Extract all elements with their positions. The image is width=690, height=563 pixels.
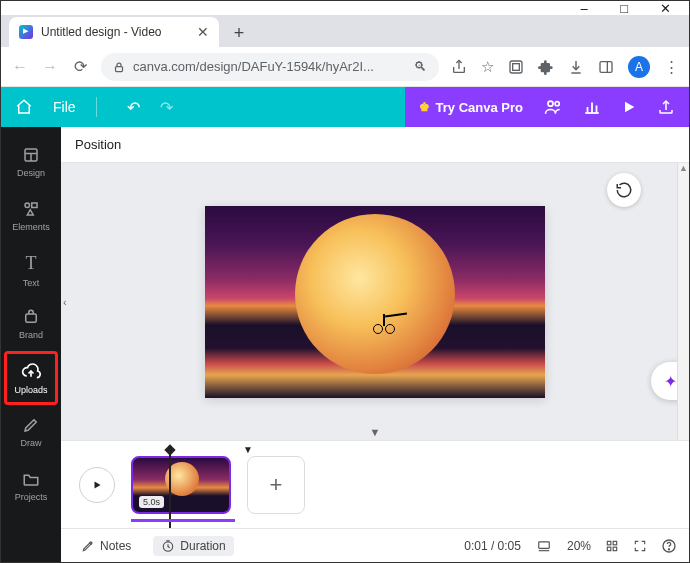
tab-close-icon[interactable]: ✕	[197, 24, 209, 40]
svg-rect-20	[607, 541, 611, 545]
add-page-button[interactable]: +	[247, 456, 305, 514]
file-menu[interactable]: File	[53, 99, 76, 115]
browser-toolbar: ← → ⟳ canva.com/design/DAFuY-1594k/hyAr2…	[1, 47, 689, 87]
tab-favicon-icon	[19, 25, 33, 39]
play-button[interactable]	[79, 467, 115, 503]
svg-rect-0	[116, 66, 123, 71]
duration-button[interactable]: Duration	[153, 536, 233, 556]
svg-point-6	[555, 102, 559, 106]
extensions-icon[interactable]	[538, 59, 554, 75]
url-text: canva.com/design/DAFuY-1594k/hyAr2I...	[133, 59, 374, 74]
nav-back-icon[interactable]: ←	[11, 58, 29, 76]
browser-tab[interactable]: Untitled design - Video ✕	[9, 17, 219, 47]
svg-rect-16	[26, 314, 37, 322]
sidepanel-icon[interactable]	[598, 59, 614, 75]
zoom-level[interactable]: 20%	[567, 539, 591, 553]
collapse-panel-left-icon[interactable]: ‹	[61, 286, 69, 318]
view-slides-icon[interactable]	[535, 539, 553, 553]
kebab-menu-icon[interactable]: ⋮	[664, 58, 679, 76]
folder-icon	[22, 470, 40, 488]
design-canvas[interactable]	[205, 206, 545, 398]
undo-icon[interactable]: ↶	[127, 98, 140, 117]
redo-icon[interactable]: ↷	[160, 98, 173, 117]
address-bar[interactable]: canva.com/design/DAFuY-1594k/hyAr2I... 🔍…	[101, 53, 439, 81]
analytics-icon[interactable]	[583, 98, 601, 116]
profile-avatar[interactable]: A	[628, 56, 650, 78]
collapse-timeline-icon[interactable]: ▼	[352, 424, 399, 440]
position-button[interactable]: Position	[75, 137, 121, 152]
svg-rect-22	[607, 547, 611, 551]
text-icon: T	[26, 253, 37, 274]
scroll-up-icon[interactable]: ▲	[678, 163, 689, 173]
export-icon[interactable]	[657, 98, 675, 116]
svg-point-25	[668, 548, 669, 549]
translate-icon[interactable]	[508, 59, 524, 75]
rail-draw[interactable]: Draw	[1, 405, 61, 459]
rail-label: Elements	[12, 222, 50, 232]
window-close-icon[interactable]: ✕	[660, 1, 671, 16]
time-display: 0:01 / 0:05	[464, 539, 521, 553]
app-topnav: File ↶ ↷ ♚ Try Canva Pro	[1, 87, 689, 127]
tab-title: Untitled design - Video	[41, 25, 162, 39]
nav-reload-icon[interactable]: ⟳	[71, 57, 89, 76]
download-icon[interactable]	[568, 59, 584, 75]
playhead[interactable]	[169, 450, 171, 528]
vertical-scrollbar[interactable]: ▲	[677, 163, 689, 440]
svg-rect-15	[32, 203, 37, 208]
new-tab-button[interactable]: +	[225, 19, 253, 47]
brand-icon	[22, 308, 40, 326]
svg-rect-3	[600, 61, 612, 72]
rail-label: Draw	[20, 438, 41, 448]
upload-cloud-icon	[21, 361, 41, 381]
grid-view-icon[interactable]	[605, 539, 619, 553]
rail-uploads[interactable]: Uploads	[4, 351, 58, 405]
rail-label: Design	[17, 168, 45, 178]
timeline-clip[interactable]: 5.0s	[131, 456, 231, 514]
duration-label: Duration	[180, 539, 225, 553]
try-pro-button[interactable]: ♚ Try Canva Pro	[419, 100, 523, 115]
canvas-viewport[interactable]: ‹ ✦ ▲ ▼	[61, 163, 689, 440]
crown-icon: ♚	[419, 100, 430, 114]
zoom-lens-icon[interactable]: 🔍︎	[414, 59, 427, 74]
nav-forward-icon[interactable]: →	[41, 58, 59, 76]
notes-button[interactable]: Notes	[73, 536, 139, 556]
fullscreen-icon[interactable]	[633, 539, 647, 553]
template-icon	[22, 146, 40, 164]
browser-tabstrip: Untitled design - Video ✕ +	[1, 15, 689, 47]
rail-label: Projects	[15, 492, 48, 502]
rail-design[interactable]: Design	[1, 135, 61, 189]
rail-label: Brand	[19, 330, 43, 340]
canvas-artwork-figure	[373, 308, 395, 334]
playhead-marker-icon: ▼	[243, 444, 253, 455]
regenerate-button[interactable]	[607, 173, 641, 207]
help-icon[interactable]	[661, 538, 677, 554]
try-pro-label: Try Canva Pro	[436, 100, 523, 115]
duration-icon	[161, 539, 175, 553]
rail-text[interactable]: T Text	[1, 243, 61, 297]
editor-area: Position ‹ ✦ ▲ ▼ ▼	[61, 127, 689, 562]
pencil-icon	[22, 416, 40, 434]
rail-brand[interactable]: Brand	[1, 297, 61, 351]
home-icon[interactable]	[15, 98, 33, 116]
share-icon[interactable]	[451, 59, 467, 75]
rail-label: Uploads	[14, 385, 47, 395]
svg-rect-23	[613, 547, 617, 551]
window-minimize-icon[interactable]: ‒	[580, 1, 588, 16]
left-rail: Design Elements T Text Brand Uploads	[1, 127, 61, 562]
rail-elements[interactable]: Elements	[1, 189, 61, 243]
bottom-bar: Notes Duration 0:01 / 0:05 20%	[61, 528, 689, 562]
divider	[96, 97, 97, 117]
svg-rect-1	[510, 61, 522, 73]
present-play-icon[interactable]	[621, 99, 637, 115]
rail-projects[interactable]: Projects	[1, 459, 61, 513]
collaborators-icon[interactable]	[543, 97, 563, 117]
svg-rect-18	[539, 541, 550, 547]
lock-icon	[113, 61, 125, 73]
svg-rect-21	[613, 541, 617, 545]
bookmark-star-icon[interactable]: ☆	[481, 58, 494, 76]
rail-label: Text	[23, 278, 40, 288]
svg-rect-2	[513, 63, 520, 70]
window-maximize-icon[interactable]: □	[620, 1, 628, 16]
canvas-artwork	[295, 214, 455, 374]
clip-audio-track	[131, 519, 235, 522]
